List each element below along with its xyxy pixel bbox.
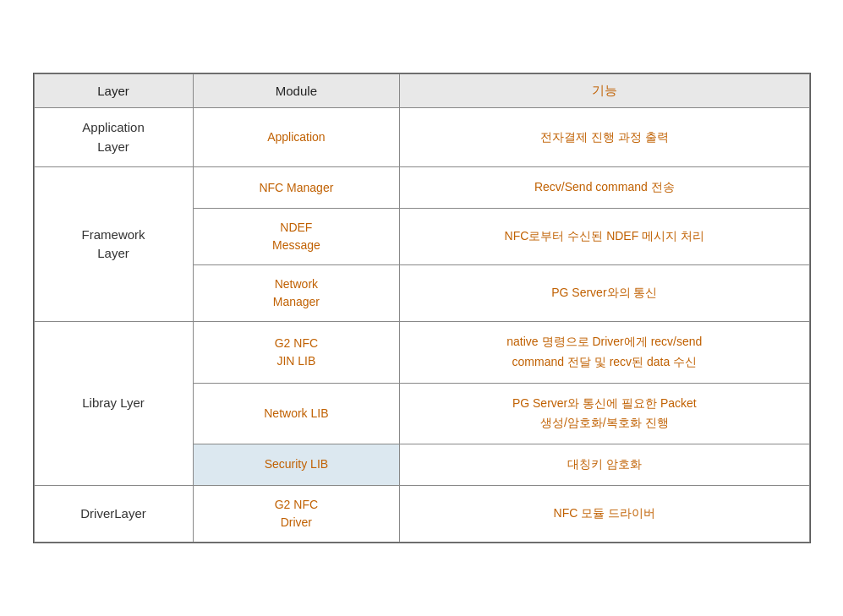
layer-cell: Libray Lyer — [34, 321, 193, 485]
architecture-table: Layer Module 기능 Application LayerApplica… — [34, 74, 810, 542]
module-cell: G2 NFC JIN LIB — [193, 321, 400, 383]
module-cell: G2 NFC Driver — [193, 485, 400, 542]
table-row: Libray LyerG2 NFC JIN LIBnative 명령으로 Dri… — [34, 321, 809, 383]
header-module: Module — [193, 74, 400, 108]
table-row: Application LayerApplication전자결제 진행 과정 출… — [34, 108, 809, 167]
header-function: 기능 — [400, 74, 809, 108]
module-cell: NFC Manager — [193, 167, 400, 209]
module-cell: Network LIB — [193, 383, 400, 444]
module-cell: Application — [193, 108, 400, 167]
layer-cell: Framework Layer — [34, 167, 193, 322]
table-row: Framework LayerNFC ManagerRecv/Send comm… — [34, 167, 809, 209]
function-cell: native 명령으로 Driver에게 recv/send command 전… — [400, 321, 809, 383]
layer-cell: Application Layer — [34, 108, 193, 167]
module-cell: NDEF Message — [193, 208, 400, 264]
function-cell: 전자결제 진행 과정 출력 — [400, 108, 809, 167]
header-row: Layer Module 기능 — [34, 74, 809, 108]
function-cell: PG Server와의 통신 — [400, 264, 809, 321]
function-cell: PG Server와 통신에 필요한 Packet 생성/암호화/복호화 진행 — [400, 383, 809, 444]
table-row: DriverLayerG2 NFC DriverNFC 모듈 드라이버 — [34, 485, 809, 542]
layer-cell: DriverLayer — [34, 485, 193, 542]
function-cell: 대칭키 암호화 — [400, 444, 809, 486]
function-cell: NFC 모듈 드라이버 — [400, 485, 809, 542]
architecture-table-wrapper: Layer Module 기능 Application LayerApplica… — [33, 73, 811, 543]
module-cell: Security LIB — [193, 444, 400, 486]
header-layer: Layer — [34, 74, 193, 108]
module-cell: Network Manager — [193, 264, 400, 321]
function-cell: Recv/Send command 전송 — [400, 167, 809, 209]
function-cell: NFC로부터 수신된 NDEF 메시지 처리 — [400, 208, 809, 264]
